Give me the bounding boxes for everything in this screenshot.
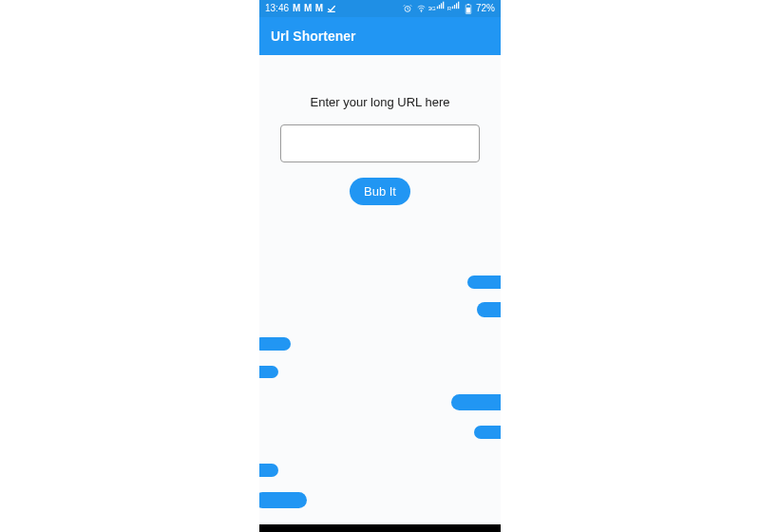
svg-line-3	[408, 9, 408, 10]
svg-line-4	[403, 5, 404, 6]
bubble-decor	[259, 464, 278, 477]
content-area: Enter your long URL here Bub It	[259, 95, 501, 532]
bubble-decor	[467, 276, 501, 289]
network-label: 3G	[430, 0, 446, 17]
mail-icon: M	[304, 0, 312, 17]
bubble-decor	[451, 394, 501, 410]
signal-bars-icon	[451, 0, 461, 10]
alarm-icon	[403, 4, 412, 13]
url-input[interactable]	[280, 124, 480, 162]
bubble-decor	[474, 426, 501, 439]
svg-rect-11	[452, 7, 453, 10]
phone-frame: 13:46 M M M 3G R 72%	[259, 0, 501, 532]
svg-rect-13	[456, 3, 457, 9]
signal-bars-icon	[436, 0, 446, 10]
status-bar: 13:46 M M M 3G R 72%	[259, 0, 501, 17]
system-nav-bar	[259, 524, 501, 532]
status-time: 13:46	[265, 0, 289, 17]
bubble-decor	[477, 302, 501, 317]
wifi-icon	[416, 4, 427, 13]
svg-point-6	[421, 11, 422, 12]
svg-rect-10	[443, 2, 444, 10]
check-icon	[327, 4, 336, 13]
bubble-decor	[259, 337, 291, 351]
battery-percent: 72%	[476, 0, 495, 17]
svg-rect-17	[466, 7, 470, 12]
svg-rect-7	[436, 7, 437, 10]
mail-icon: M	[293, 0, 300, 17]
prompt-label: Enter your long URL here	[259, 95, 501, 109]
battery-icon	[465, 4, 472, 14]
app-title: Url Shortener	[271, 28, 355, 44]
mail-icon: M	[315, 0, 323, 17]
bubble-decor	[259, 366, 278, 378]
signal-secondary: R	[449, 0, 461, 17]
svg-rect-12	[454, 5, 455, 9]
status-right: 3G R 72%	[403, 0, 495, 17]
svg-rect-8	[439, 5, 440, 9]
bubble-decor	[259, 492, 307, 508]
svg-rect-9	[441, 3, 442, 9]
svg-line-5	[410, 5, 411, 6]
app-bar: Url Shortener	[259, 17, 501, 55]
status-left: 13:46 M M M	[265, 0, 336, 17]
shorten-button[interactable]: Bub It	[350, 178, 410, 205]
svg-rect-14	[458, 2, 459, 10]
